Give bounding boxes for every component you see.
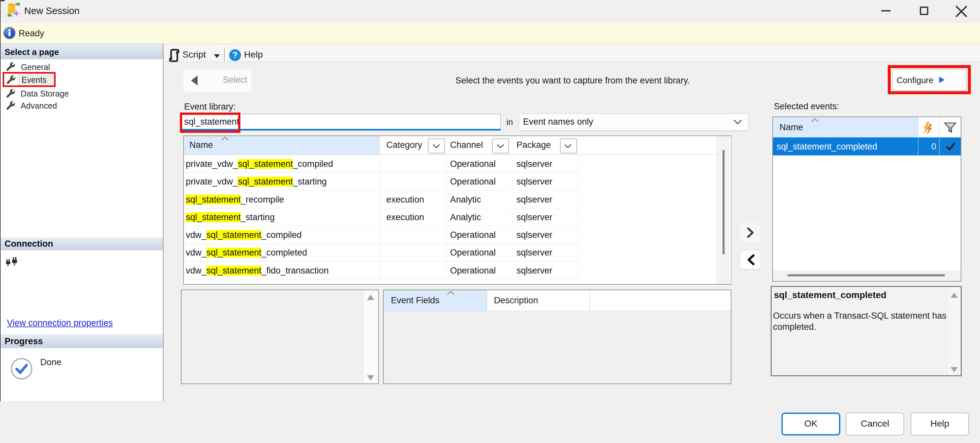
svg-text:?: ? <box>232 50 238 60</box>
